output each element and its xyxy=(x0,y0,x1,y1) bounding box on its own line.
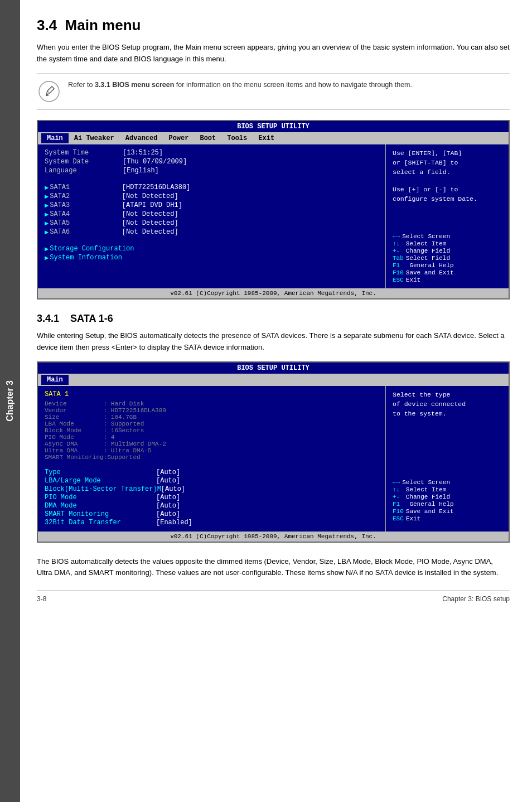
bios-system-date: System Date [Thu 07/09/2009] xyxy=(45,158,379,166)
pencil-icon xyxy=(38,81,60,102)
section-heading: 3.4 Main menu xyxy=(37,17,510,34)
bios-title-1: BIOS SETUP UTILITY xyxy=(38,121,509,132)
bios-type-entries: Type [Auto] LBA/Large Mode [Auto] Block(… xyxy=(45,468,379,526)
bios-nav-2: Main xyxy=(38,374,509,386)
footer-right: Chapter 3: BIOS setup xyxy=(442,595,510,603)
section-body: When you enter the BIOS Setup program, t… xyxy=(37,42,510,65)
bios-sata5: ▶ SATA5 [Not Detected] xyxy=(45,219,379,228)
bios-title-2: BIOS SETUP UTILITY xyxy=(38,363,509,374)
bios-sata2: ▶ SATA2 [Not Detected] xyxy=(45,192,379,201)
bios-screenshot-1: BIOS SETUP UTILITY Main Ai Tweaker Advan… xyxy=(37,120,510,299)
bios-footer-1: v02.61 (C)Copyright 1985-2009, American … xyxy=(38,288,509,298)
bios-nav-boot[interactable]: Boot xyxy=(194,133,221,143)
bios-sata1: ▶ SATA1 [HDT722516DLA380] xyxy=(45,183,379,192)
bios-sata-header: SATA 1 xyxy=(45,390,379,398)
bios-footer-2: v02.61 (C)Copyright 1985-2009, American … xyxy=(38,532,509,542)
page-footer: 3-8 Chapter 3: BIOS setup xyxy=(37,590,510,603)
bios-right-panel-2: Select the type of device connected to t… xyxy=(386,386,509,532)
closing-text: The BIOS automatically detects the value… xyxy=(37,556,510,579)
note-text: Refer to 3.3.1 BIOS menu screen for info… xyxy=(68,79,412,90)
footer-left: 3-8 xyxy=(37,595,46,603)
bios-nav-main[interactable]: Main xyxy=(41,133,69,143)
bios-nav2-main[interactable]: Main xyxy=(41,375,69,385)
bios-body-1: System Time [13:51:25] System Date [Thu … xyxy=(38,144,509,288)
bios-nav-ai-tweaker[interactable]: Ai Tweaker xyxy=(69,133,120,143)
chapter-tab: Chapter 3 xyxy=(0,0,20,802)
bios-sata4: ▶ SATA4 [Not Detected] xyxy=(45,210,379,219)
bios-device-info: Device : Hard Disk Vendor : HDT722516DLA… xyxy=(45,400,379,461)
bios-sata3: ▶ SATA3 [ATAPI DVD DH1] xyxy=(45,201,379,210)
chapter-tab-label: Chapter 3 xyxy=(5,380,15,422)
note-box: Refer to 3.3.1 BIOS menu screen for info… xyxy=(37,73,510,110)
bios-nav-advanced[interactable]: Advanced xyxy=(120,133,163,143)
bios-system-info: ▶ System Information xyxy=(45,254,379,262)
bios-nav-tools[interactable]: Tools xyxy=(221,133,253,143)
bios-language: Language [English] xyxy=(45,167,379,175)
note-icon xyxy=(37,79,61,104)
bios-system-time: System Time [13:51:25] xyxy=(45,149,379,157)
bios-nav-power[interactable]: Power xyxy=(163,133,194,143)
bios-nav-exit[interactable]: Exit xyxy=(253,133,280,143)
bios-storage-config: ▶ Storage Configuration xyxy=(45,245,379,253)
bios-left-panel-1: System Time [13:51:25] System Date [Thu … xyxy=(38,144,386,288)
subsection-body: While entering Setup, the BIOS automatic… xyxy=(37,330,510,354)
bios-screenshot-2: BIOS SETUP UTILITY Main SATA 1 Device : … xyxy=(37,361,510,543)
bios-right-panel-1: Use [ENTER], [TAB] or [SHIFT-TAB] to sel… xyxy=(386,144,509,288)
subsection-heading: 3.4.1 SATA 1-6 xyxy=(37,313,510,325)
bios-left-panel-2: SATA 1 Device : Hard Disk Vendor : HDT72… xyxy=(38,386,386,532)
bios-body-2: SATA 1 Device : Hard Disk Vendor : HDT72… xyxy=(38,386,509,532)
bios-sata6: ▶ SATA6 [Not Detected] xyxy=(45,228,379,236)
svg-point-0 xyxy=(39,81,59,102)
bios-nav-1: Main Ai Tweaker Advanced Power Boot Tool… xyxy=(38,132,509,144)
